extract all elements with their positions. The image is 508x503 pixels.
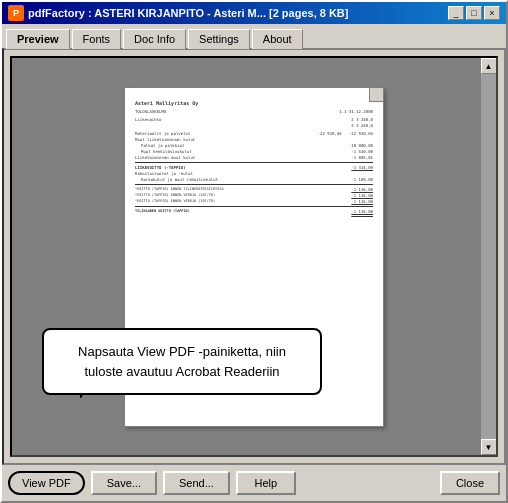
minimize-button[interactable]: _ [448, 6, 464, 20]
save-button[interactable]: Save... [91, 471, 157, 495]
title-bar: P pdfFactory : ASTERI KIRJANPITO - Aster… [2, 2, 506, 24]
send-button[interactable]: Send... [163, 471, 230, 495]
doc-company: Asteri Malliyritas Oy [135, 100, 373, 107]
tooltip-line2: tuloste avautuu Acrobat Readeriin [84, 364, 279, 379]
scroll-down-button[interactable]: ▼ [481, 439, 497, 455]
app-icon: P [8, 5, 24, 21]
tab-doc-info[interactable]: Doc Info [123, 29, 186, 49]
page-fold [369, 88, 383, 102]
window-title: pdfFactory : ASTERI KIRJANPITO - Asteri … [28, 7, 348, 19]
view-pdf-button[interactable]: View PDF [8, 471, 85, 495]
close-button[interactable]: Close [440, 471, 500, 495]
maximize-button[interactable]: □ [466, 6, 482, 20]
scrollbar: ▲ ▼ [480, 58, 496, 455]
tooltip-box: Napsauta View PDF -painiketta, niin tulo… [42, 328, 322, 395]
tooltip-line1: Napsauta View PDF -painiketta, niin [78, 344, 286, 359]
content-area: Asteri Malliyritas Oy TULOSLASKELMA 1.1-… [2, 48, 506, 465]
bottom-bar: View PDF Save... Send... Help Close [2, 465, 506, 501]
tab-preview[interactable]: Preview [6, 29, 70, 49]
tab-settings[interactable]: Settings [188, 29, 250, 49]
tab-fonts[interactable]: Fonts [72, 29, 122, 49]
tab-about[interactable]: About [252, 29, 303, 49]
title-bar-left: P pdfFactory : ASTERI KIRJANPITO - Aster… [8, 5, 348, 21]
close-window-button[interactable]: × [484, 6, 500, 20]
help-button[interactable]: Help [236, 471, 296, 495]
doc-period: TULOSLASKELMA 1.1-31.12.2000 [135, 109, 373, 114]
main-window: P pdfFactory : ASTERI KIRJANPITO - Aster… [0, 0, 508, 503]
title-buttons: _ □ × [448, 6, 500, 20]
tab-bar: Preview Fonts Doc Info Settings About [2, 24, 506, 48]
scroll-up-button[interactable]: ▲ [481, 58, 497, 74]
preview-area: Asteri Malliyritas Oy TULOSLASKELMA 1.1-… [10, 56, 498, 457]
doc-liikevaihto: Liikevaihto 2 3 240,0 [135, 117, 373, 122]
scroll-track[interactable] [481, 74, 496, 439]
